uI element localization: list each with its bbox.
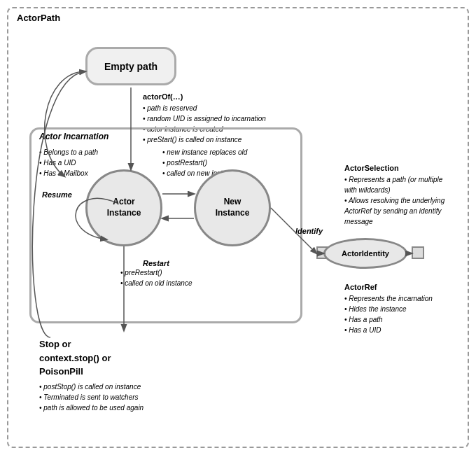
diagram-outer: ActorPath Empty path actorOf(…) path is … xyxy=(7,7,469,448)
actor-incarnation-label: Actor Incarnation xyxy=(39,132,108,141)
actor-ref-note: ActorRef Represents the incarnation Hide… xyxy=(344,281,433,335)
resume-label: Resume xyxy=(42,190,72,199)
new-instance-circle: NewInstance xyxy=(194,169,271,246)
empty-path-node: Empty path xyxy=(85,47,176,85)
restart-label: Restart xyxy=(143,259,169,267)
actor-path-label: ActorPath xyxy=(17,13,60,23)
identify-label: Identify xyxy=(295,227,323,235)
restart-note: preRestart() called on old instance xyxy=(120,267,192,288)
stop-note: Stop or context.stop() or PoisonPill pos… xyxy=(39,337,144,413)
actor-identity-ellipse: ActorIdentity xyxy=(323,238,407,269)
actor-identity-square-right xyxy=(412,246,424,259)
actor-instance-circle: ActorInstance xyxy=(85,169,162,246)
incarnation-props: Belongs to a path Has a UID Has a Mailbo… xyxy=(39,147,98,178)
actor-selection-note: ActorSelection Represents a path (or mul… xyxy=(344,162,456,227)
